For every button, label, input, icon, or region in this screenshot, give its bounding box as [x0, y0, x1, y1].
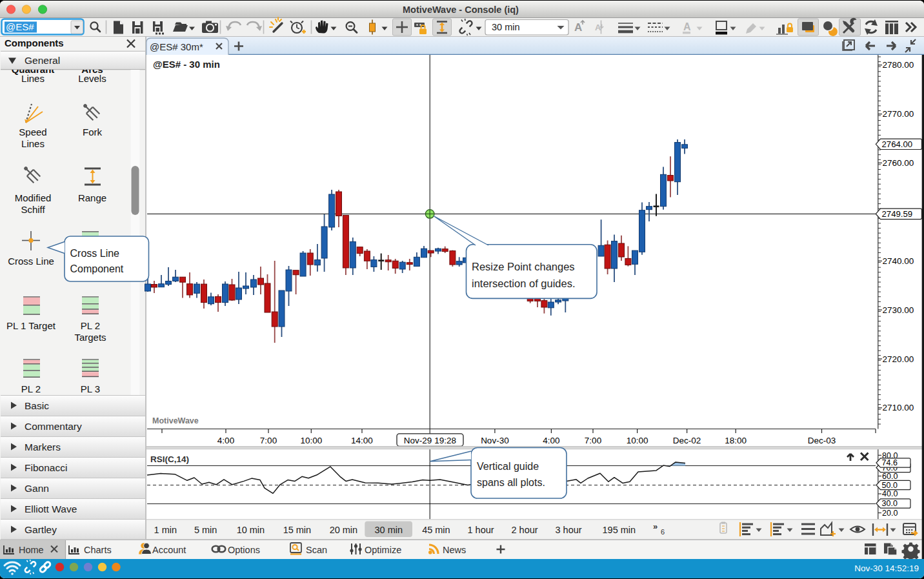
svg-text:1 min: 1 min — [154, 525, 177, 535]
svg-text:10:00: 10:00 — [300, 436, 322, 445]
svg-text:50.0: 50.0 — [882, 481, 898, 490]
svg-text:7:00: 7:00 — [260, 436, 277, 445]
svg-text:6: 6 — [661, 528, 665, 536]
svg-text:1 hour: 1 hour — [468, 525, 494, 535]
svg-text:2 hour: 2 hour — [512, 525, 538, 535]
svg-text:PL 3: PL 3 — [81, 383, 100, 394]
svg-text:General: General — [25, 55, 60, 66]
svg-text:Schiff: Schiff — [21, 204, 45, 215]
svg-text:Dec-03: Dec-03 — [808, 436, 836, 445]
svg-text:195 min: 195 min — [603, 525, 636, 535]
svg-text:Resize Point changes: Resize Point changes — [472, 261, 575, 272]
svg-text:Elliott Wave: Elliott Wave — [25, 503, 77, 514]
svg-text:30 min: 30 min — [375, 525, 403, 535]
svg-text:45 min: 45 min — [422, 525, 450, 535]
svg-text:Home: Home — [19, 545, 44, 555]
svg-text:40.0: 40.0 — [882, 489, 898, 498]
svg-text:20.0: 20.0 — [882, 509, 898, 518]
svg-text:Charts: Charts — [84, 545, 112, 555]
svg-text:Nov-30 14:52:19: Nov-30 14:52:19 — [854, 564, 919, 573]
svg-text:2720.00: 2720.00 — [883, 354, 914, 364]
svg-text:2749.59: 2749.59 — [882, 209, 913, 219]
svg-text:2780.00: 2780.00 — [883, 60, 914, 70]
svg-text:5 min: 5 min — [194, 525, 217, 535]
svg-text:@ES# 30m*: @ES# 30m* — [150, 41, 203, 52]
svg-text:Cross Line: Cross Line — [70, 248, 120, 259]
svg-text:Optimize: Optimize — [365, 545, 401, 555]
svg-text:Commentary: Commentary — [25, 421, 82, 432]
svg-text:Cross Line: Cross Line — [8, 256, 54, 267]
svg-text:30.0: 30.0 — [882, 499, 898, 508]
svg-text:30 min: 30 min — [492, 22, 520, 32]
svg-text:Dec-02: Dec-02 — [673, 436, 701, 445]
svg-text:2764.00: 2764.00 — [882, 139, 913, 149]
svg-text:7:00: 7:00 — [585, 436, 601, 445]
svg-text:Gann: Gann — [25, 483, 49, 494]
svg-text:2730.00: 2730.00 — [883, 305, 914, 315]
svg-text:Markers: Markers — [25, 442, 61, 452]
svg-text:Basic: Basic — [25, 400, 49, 411]
svg-text:14:00: 14:00 — [351, 436, 373, 445]
svg-text:@ES#: @ES# — [6, 21, 34, 32]
svg-text:Fork: Fork — [83, 127, 103, 137]
svg-text:Components: Components — [5, 37, 64, 48]
svg-text:20 min: 20 min — [330, 525, 358, 535]
svg-text:A: A — [683, 21, 691, 32]
svg-text:intersection of guides.: intersection of guides. — [472, 278, 576, 289]
svg-text:Targets: Targets — [74, 332, 106, 343]
svg-text:Levels: Levels — [78, 73, 106, 84]
svg-text:3 hour: 3 hour — [556, 525, 582, 535]
svg-text:4:00: 4:00 — [543, 436, 559, 445]
svg-text:Nov-29 19:28: Nov-29 19:28 — [404, 436, 456, 445]
svg-text:2740.00: 2740.00 — [883, 256, 914, 266]
svg-text:MotiveWave: MotiveWave — [152, 416, 199, 425]
svg-text:A: A — [595, 23, 601, 32]
svg-text:PL 2: PL 2 — [81, 320, 100, 331]
svg-text:15 min: 15 min — [283, 525, 312, 535]
svg-text:Modified: Modified — [15, 192, 52, 203]
svg-text:60.0: 60.0 — [882, 472, 898, 481]
svg-text:2710.00: 2710.00 — [883, 403, 914, 412]
svg-text:4:00: 4:00 — [217, 436, 234, 445]
svg-text:Scan: Scan — [306, 545, 327, 555]
svg-text:PL 1 Target: PL 1 Target — [6, 320, 56, 331]
svg-text:10 min: 10 min — [237, 525, 265, 535]
svg-text:Account: Account — [152, 545, 186, 555]
svg-text:Lines: Lines — [21, 73, 45, 84]
svg-text:2770.00: 2770.00 — [883, 109, 914, 119]
svg-text:MotiveWave - Console (iq): MotiveWave - Console (iq) — [403, 5, 519, 15]
svg-text:PL 2: PL 2 — [21, 383, 41, 394]
svg-text:Speed: Speed — [19, 127, 46, 137]
svg-text:18:00: 18:00 — [725, 436, 747, 445]
svg-text:Lines: Lines — [21, 138, 45, 149]
svg-text:Options: Options — [228, 545, 260, 555]
svg-text:Vertical guide: Vertical guide — [477, 461, 539, 472]
svg-text:Range: Range — [78, 192, 106, 203]
svg-text:News: News — [443, 545, 466, 555]
svg-text:Gartley: Gartley — [25, 524, 57, 535]
svg-text:Fibonacci: Fibonacci — [25, 462, 67, 473]
svg-text:74.6: 74.6 — [882, 458, 898, 467]
svg-text:RSI(C,14): RSI(C,14) — [150, 454, 189, 464]
svg-text:10:00: 10:00 — [627, 436, 648, 445]
svg-text:»: » — [653, 522, 658, 531]
svg-text:spans all plots.: spans all plots. — [477, 477, 545, 488]
svg-text:Component: Component — [70, 263, 124, 274]
svg-text:A: A — [574, 21, 582, 34]
svg-text:2760.00: 2760.00 — [883, 158, 914, 168]
svg-text:@ES# - 30 min: @ES# - 30 min — [153, 59, 220, 70]
svg-text:Nov-30: Nov-30 — [481, 436, 509, 445]
